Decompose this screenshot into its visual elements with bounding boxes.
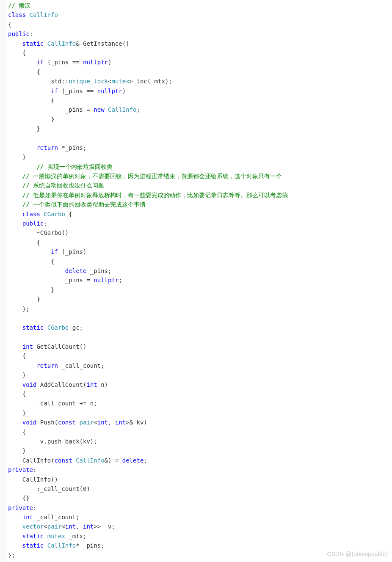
keyword-delete: delete xyxy=(8,267,86,274)
code-block: // 懒汉 class CallInfo { public: static Ca… xyxy=(6,0,392,562)
rest: > loc(_mtx); xyxy=(130,78,172,85)
param: n) xyxy=(97,381,108,388)
keyword-new: new xyxy=(94,106,104,113)
colon: : xyxy=(44,220,47,227)
comment-line: // 但是如果你在单例对象释放析构时，有一些要完成的动作，比如要记录日志等等。那… xyxy=(8,192,288,198)
brace: { xyxy=(8,50,26,56)
keyword-int: int xyxy=(86,381,97,388)
keyword-if: if xyxy=(8,59,44,66)
type-unique-lock: unique_lock xyxy=(69,78,108,85)
comment-line: // 实现一个内嵌垃圾回收类 xyxy=(8,163,113,170)
semi: ; xyxy=(119,277,122,284)
keyword-private: private xyxy=(8,466,33,473)
keyword-int: int xyxy=(8,514,33,521)
func-sig: CallInfo( xyxy=(8,457,55,464)
brace: } xyxy=(8,125,40,132)
keyword-int: int xyxy=(83,523,94,530)
type-name: CallInfo xyxy=(44,542,76,549)
brace: { xyxy=(8,353,26,359)
expr: _call_count; xyxy=(58,362,105,369)
keyword-nullptr: nullptr xyxy=(97,88,122,94)
semi: ; xyxy=(144,457,147,464)
type-name: CallInfo xyxy=(26,11,58,18)
ident: _call_count; xyxy=(33,514,80,521)
type-vector: vector xyxy=(8,523,44,530)
brace: {} xyxy=(8,495,30,501)
keyword-void: void xyxy=(8,381,36,388)
stmt: _v.push_back(kv); xyxy=(8,438,97,445)
semi: ; xyxy=(136,106,140,113)
keyword-if: if xyxy=(8,88,58,94)
brace: } xyxy=(8,296,40,303)
rest: &) = xyxy=(105,457,122,464)
keyword-static: static xyxy=(8,324,44,331)
comma: , xyxy=(108,419,115,426)
expr: (_pins) xyxy=(58,248,86,255)
stmt: _call_count += n; xyxy=(8,400,97,407)
type-cgarbo: CGarbo xyxy=(40,211,65,218)
brace: } xyxy=(8,116,55,123)
brace: { xyxy=(65,211,72,218)
brace: { xyxy=(8,391,26,397)
keyword-const: const xyxy=(55,457,72,464)
code-editor-view: // 懒汉 class CallInfo { public: static Ca… xyxy=(0,0,392,562)
brace: }; xyxy=(8,552,15,559)
keyword-static: static xyxy=(8,40,44,47)
brace: { xyxy=(8,258,55,265)
brace: { xyxy=(8,97,55,104)
keyword-delete: delete xyxy=(122,457,144,464)
keyword-int: int xyxy=(115,419,126,426)
keyword-void: void xyxy=(8,419,36,426)
comment-line: // 懒汉 xyxy=(8,2,30,9)
ident: * _pins; xyxy=(76,542,104,549)
keyword-public: public xyxy=(8,220,44,227)
comma: , xyxy=(76,523,83,530)
keyword-class: class xyxy=(8,11,26,18)
ident: _mtx; xyxy=(65,533,87,540)
colon: : xyxy=(30,30,33,37)
ns: std:: xyxy=(8,78,69,85)
type-pair: pair xyxy=(76,419,94,426)
brace: } xyxy=(8,154,26,160)
type-name: CallInfo xyxy=(72,457,105,464)
brace: } xyxy=(8,287,55,293)
func-sig: & GetInstance() xyxy=(76,40,129,47)
colon: : xyxy=(33,466,36,473)
brace: } xyxy=(8,372,26,378)
rest: >> _v; xyxy=(94,523,115,530)
keyword-if: if xyxy=(8,248,58,255)
dtor: ~CGarbo() xyxy=(8,229,69,236)
paren: ) xyxy=(108,59,111,66)
colon: : xyxy=(33,504,36,511)
keyword-int: int xyxy=(8,343,33,350)
keyword-private: private xyxy=(8,504,33,511)
comment-line: // 一般懒汉的单例对象，不需要回收，因为进程正常结束，资源都会还给系统，这个对… xyxy=(8,173,282,179)
angle: < xyxy=(61,523,65,530)
fold-gutter xyxy=(0,0,6,562)
keyword-static: static xyxy=(8,533,44,540)
brace: }; xyxy=(8,306,30,312)
comment-line: // 系统自动回收也没什么问题 xyxy=(8,182,104,189)
brace: { xyxy=(8,429,26,435)
keyword-nullptr: nullptr xyxy=(94,277,119,284)
expr: (_pins == xyxy=(44,59,83,66)
keyword-const: const xyxy=(58,419,76,426)
type-mutex: mutex xyxy=(111,78,129,85)
angle: < xyxy=(44,523,47,530)
keyword-nullptr: nullptr xyxy=(83,59,108,66)
keyword-class: class xyxy=(8,211,40,218)
func-sig: Push( xyxy=(36,419,58,426)
keyword-int: int xyxy=(65,523,76,530)
keyword-int: int xyxy=(97,419,108,426)
init-list: :_call_count(0) xyxy=(8,485,90,492)
type-pair: pair xyxy=(47,523,62,530)
keyword-public: public xyxy=(8,30,30,37)
type-cgarbo: CGarbo xyxy=(44,324,69,331)
rest: >& kv) xyxy=(126,419,147,426)
expr: (_pins == xyxy=(58,88,97,94)
keyword-return: return xyxy=(8,144,58,151)
brace: { xyxy=(8,69,40,75)
brace: { xyxy=(8,239,40,246)
type-name: CallInfo xyxy=(105,106,137,113)
expr: *_pins; xyxy=(58,144,86,151)
